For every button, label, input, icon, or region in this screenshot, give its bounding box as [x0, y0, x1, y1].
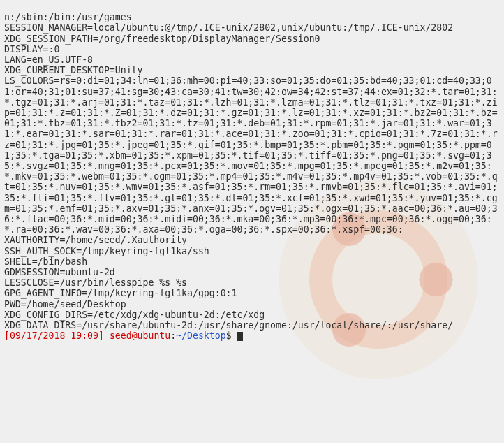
- env-lessclose: LESSCLOSE=/usr/bin/lesspipe %s %s: [4, 277, 187, 288]
- env-display: DISPLAY=:0: [4, 44, 59, 55]
- shell-prompt[interactable]: [09/17/2018 19:09] seed@ubuntu:~/Desktop…: [4, 331, 243, 341]
- terminal-output[interactable]: n:/sbin:/bin:/usr/games SESSION_MANAGER=…: [0, 0, 504, 344]
- env-xdg-current-desktop: XDG_CURRENT_DESKTOP=Unity: [4, 65, 143, 75]
- env-session-manager: SESSION_MANAGER=local/ubuntu:@/tmp/.ICE-…: [4, 22, 453, 33]
- env-ls-colors: LS_COLORS=rs=0:di=01;34:ln=01;36:mh=00:p…: [4, 75, 498, 235]
- env-ssh-auth-sock: SSH_AUTH_SOCK=/tmp/keyring-fgt1ka/ssh: [4, 246, 209, 256]
- env-gdmsession: GDMSESSION=ubuntu-2d: [4, 267, 115, 277]
- env-path-tail: n:/sbin:/bin:/usr/games: [4, 12, 132, 22]
- cursor: [237, 332, 243, 341]
- env-lang: LANG=en_US.UTF-8: [4, 55, 93, 65]
- env-gpg-agent-info: GPG_AGENT_INFO=/tmp/keyring-fgt1ka/gpg:0…: [4, 288, 237, 298]
- prompt-timestamp: [09/17/2018 19:09]: [4, 331, 104, 341]
- env-xdg-config-dirs: XDG_CONFIG_DIRS=/etc/xdg/xdg-ubuntu-2d:/…: [4, 310, 265, 320]
- env-pwd: PWD=/home/seed/Desktop: [4, 299, 126, 310]
- env-xauthority: XAUTHORITY=/home/seed/.Xauthority: [4, 235, 187, 245]
- env-xdg-session-path: XDG_SESSION_PATH=/org/freedesktop/Displa…: [4, 34, 320, 44]
- prompt-user-host: seed@ubuntu: [110, 331, 170, 341]
- prompt-cwd: ~/Desktop: [176, 331, 225, 341]
- env-xdg-data-dirs: XDG_DATA_DIRS=/usr/share/ubuntu-2d:/usr/…: [4, 320, 453, 331]
- env-shell: SHELL=/bin/bash: [4, 256, 87, 267]
- prompt-suffix: $: [226, 331, 237, 341]
- prompt-sep: :: [170, 331, 176, 341]
